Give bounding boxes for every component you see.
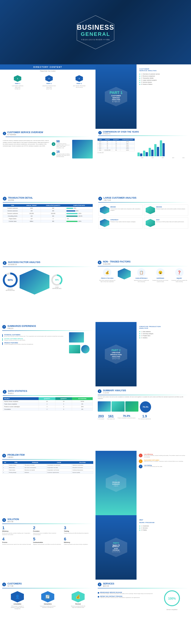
sfa-circle-1: 90% (3, 272, 18, 288)
sum-section-header: 7 SUMMARIZE EXPERIENCE 经验总结 (2, 324, 93, 330)
directory-slide: DIRECTORY CONTENT Please Enter Your Cont… (0, 64, 95, 129)
pi-td: 2 (2, 466, 8, 469)
cso-content: In 2016 the revenue, individual customer… (0, 139, 95, 160)
sol-item-title-3: Training (64, 530, 93, 532)
lca-card-4: 2015 Summary of 2015 product data and ma… (144, 217, 188, 229)
cso-divider (5, 137, 90, 137)
rate-bar (66, 221, 78, 222)
bar-teal (149, 148, 151, 156)
lca-card-3: STRATEGY Products in key market channel … (98, 217, 143, 229)
cso-image (72, 140, 93, 158)
lca-card-label-4: 2015 (156, 219, 184, 221)
table-row: General customers 100 260 80% (3, 210, 93, 212)
pi-td: Optimize coordination (72, 464, 93, 466)
pi-td: Cooperation not formed (46, 469, 72, 471)
bar-teal (154, 144, 157, 156)
sum-item-content-3: PRODUCT FEATURES Product packaging and p… (4, 342, 67, 345)
sa-divider (98, 395, 189, 395)
sum-item-title-1: POTENTIAL CUSTOMERS (4, 334, 67, 336)
sol-item-text-3: Regular training and skills development … (64, 532, 93, 534)
sfa-section-header: 5 SUCCESS FACTOR ANALYSIS 成功因素分析 (3, 260, 93, 266)
ps-item-title-2: A procedure not in place (144, 460, 183, 461)
bar-group (143, 151, 148, 156)
ntf-icon-3: 📋 (137, 268, 146, 277)
sol-slide: 5 SOLUTION 解决方案 1 Efficiency By the end … (0, 515, 95, 580)
part3-section-title: WORK PROGRAM (139, 522, 188, 524)
part1-list-item: 6. Factors of failure (139, 83, 188, 85)
bar-teal (160, 140, 162, 156)
pi-td: Coordination not achieved (46, 464, 72, 466)
ntf-factor-label-1: PRICE IS TOO HIGH (101, 278, 113, 279)
sol-num-1: 1 (2, 526, 31, 530)
part3-slide: PART3 2017 WORKPROGRAM 2017年工作计划 2017 WO… (95, 515, 191, 580)
ntf-factor-label-4: SURPRISED (157, 278, 164, 279)
cust-hex-3: 💰 (72, 591, 85, 602)
ntf-factor-4: 😮 SURPRISED Products and services do not… (152, 268, 169, 282)
trans-th: ANNUAL TARGET (22, 204, 41, 207)
ps-hex: 4 PROBLEMSUMMARY 问题总结 (106, 474, 126, 492)
svc-item-1: BRAND-MAKE SERVICE PACKAGE The brand ima… (98, 592, 153, 594)
ds-th: ACCOUNTING (72, 397, 93, 400)
comp-td: 22 (103, 141, 112, 143)
sfa-circle-2: 40% (51, 274, 62, 286)
comp-chart: 2012 2013 2014 2015 2016 (137, 138, 189, 158)
svc-left: BRAND-MAKE SERVICE PACKAGE The brand ima… (98, 590, 153, 610)
svc-content: BRAND-MAKE SERVICE PACKAGE The brand ima… (98, 590, 189, 610)
part1-list-item: 5. Success factors (139, 81, 188, 83)
sa-stat-label-1: In the project (98, 418, 104, 420)
sfa-hex-img (19, 269, 49, 294)
part1-list-item: 1. Overview of customer service (139, 73, 188, 75)
sum-circle (81, 345, 90, 353)
pi-td: 3 (2, 469, 8, 471)
ds-section-num: 1 (3, 390, 6, 394)
trans-td: 100,000 (41, 212, 65, 215)
cso-stat-1: ★ 98 In 2016 the revenue, individual cli… (52, 140, 70, 148)
sol-num-2: 2 (33, 526, 62, 530)
cso-slide: 1 CUSTOMER SERVICE OVERVIEW 客户服务概述 In 20… (0, 129, 95, 193)
ntf-title: NON - TRADED FACTORS (103, 260, 131, 263)
ds-td: Consultation (3, 408, 39, 411)
ds-td: 3 (39, 406, 55, 408)
ntf-factor-2 (118, 268, 131, 282)
trans-section-header: 3 TRANSACTION DETAIL 成交明细 (3, 196, 93, 201)
svc-section-header: 2 SERVICES 服务方案 (98, 582, 189, 587)
svc-dot-2 (98, 596, 99, 598)
ds-td: 4 (39, 403, 55, 406)
ps-item-3: 3 Low training Lack of overall training … (139, 464, 189, 468)
sol-item-title-1: Efficiency (2, 530, 31, 532)
table-row: Consulting clients 100 360 148.5% (3, 215, 93, 218)
pi-th: PROBLEM (24, 461, 46, 464)
cso-body-text: In 2016 the revenue, individual customer… (3, 140, 50, 158)
pi-table: NO ITEM PROBLEM CAUSE SOLUTION 1 Fashion… (2, 461, 93, 474)
cust-cn: 客户方案 (7, 585, 22, 587)
part1-hex: PART 1 CUSTOMERSERVICEANALYSIS 客户服务分析 (105, 87, 127, 106)
trans-td: 360 (41, 215, 65, 218)
table-row: Project clients 120 0 0% (3, 218, 93, 220)
cso-stat-val-2: 16 (56, 150, 70, 154)
sum-item-content-2: ACTIVE CUSTOMER SERVICE Regular tracking… (4, 338, 67, 341)
svc-pct: 100% (168, 597, 176, 600)
lca-card-text-3: Products in key market channel analysis … (110, 221, 136, 222)
trans-td: Contract value (3, 220, 22, 223)
cust-hex-2: 🔄 (41, 591, 54, 602)
comp-td: 2013 (98, 143, 103, 145)
sum-item-text-1: By the end customer, product tracking us… (4, 336, 67, 337)
pi-td: Trade shows (8, 469, 24, 471)
pi-td: Customer requirements (46, 471, 72, 474)
sa-cn: 汇总分析 (103, 392, 126, 394)
bar-teal (143, 151, 145, 156)
part1-name: CUSTOMERSERVICEANALYSIS (111, 95, 121, 101)
part3-list-item: 1. Customers (139, 525, 188, 527)
comp-td: 45 (103, 145, 112, 147)
cust-hex-label-2: transactions (44, 603, 52, 604)
ds-td: 0 (55, 403, 72, 406)
ps-right: 1 Low efficiency By the end customer, pr… (137, 451, 191, 515)
ps-item-title-3: Low training (144, 464, 163, 466)
comp-td: 28 (112, 143, 120, 145)
pi-section-header: 3 PROBLEM ITEM 问题项目 (2, 453, 93, 458)
sol-num-3: 3 (64, 526, 93, 530)
lca-cn: 大客户分析 (104, 199, 136, 201)
rate-bar (66, 216, 78, 217)
cust-hexes: 👤 consultation CON includes 4 standard. … (2, 591, 93, 610)
cust-section-num: 1 (2, 582, 6, 586)
